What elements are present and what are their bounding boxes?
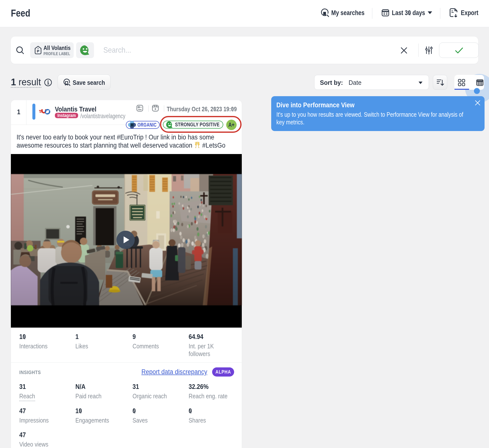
svg-text:P: P xyxy=(37,49,39,53)
